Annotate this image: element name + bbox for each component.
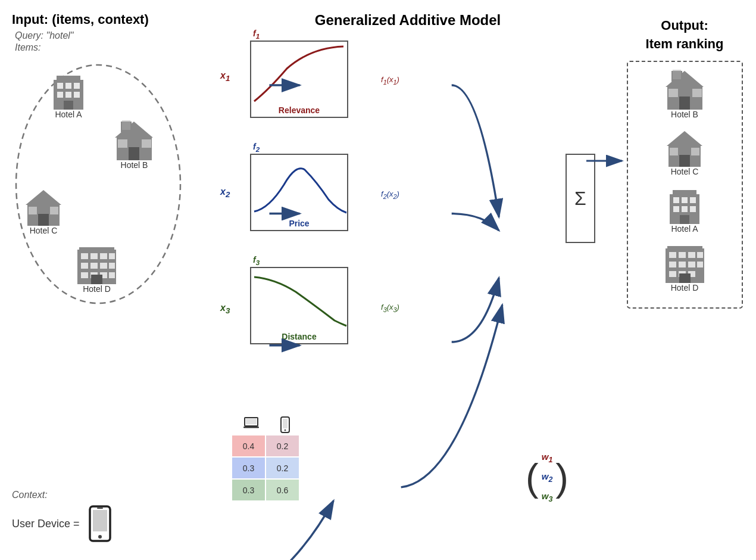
svg-rect-25 — [90, 253, 98, 259]
x2-label: x2 — [220, 186, 230, 199]
svg-rect-12 — [118, 139, 127, 148]
svg-rect-52 — [692, 89, 702, 97]
features-area: x1 x2 x3 f1 Sub-score Relevance f2 — [196, 35, 619, 548]
ranking-box: Hotel B Hotel C — [627, 61, 743, 309]
svg-rect-55 — [673, 70, 681, 79]
ranking-item-a: Hotel A — [634, 185, 736, 234]
svg-rect-59 — [691, 148, 699, 155]
svg-rect-64 — [682, 197, 688, 203]
ranking-item-b: Hotel B — [634, 68, 736, 119]
hotel-c-label: Hotel C — [30, 226, 58, 235]
main-container: Input: (items, context) Query: "hotel" I… — [0, 0, 756, 560]
cell-w3-phone: 0.6 — [266, 480, 299, 500]
svg-rect-78 — [688, 262, 695, 267]
phone-header-icon — [280, 416, 290, 433]
left-paren: ( — [526, 458, 539, 497]
svg-rect-71 — [667, 246, 702, 251]
matrix-row-3: 0.3 0.6 — [232, 480, 304, 500]
svg-rect-7 — [65, 92, 71, 98]
svg-rect-29 — [90, 263, 98, 269]
hotel-d-label: Hotel D — [83, 284, 111, 294]
hotel-d-input: Hotel D — [74, 244, 119, 294]
cell-w1-laptop: 0.4 — [232, 435, 265, 456]
svg-rect-14 — [129, 147, 139, 160]
gam-title: Generalized Additive Model — [315, 12, 501, 29]
svg-rect-74 — [688, 252, 695, 258]
fx3-label: f3(x3) — [381, 303, 399, 313]
svg-rect-72 — [669, 252, 676, 258]
svg-rect-43 — [246, 419, 257, 425]
svg-rect-23 — [79, 247, 114, 252]
svg-rect-8 — [74, 92, 80, 98]
output-title: Output: — [619, 18, 750, 33]
svg-rect-26 — [100, 253, 107, 259]
svg-rect-16 — [122, 120, 130, 130]
cell-w2-phone: 0.2 — [266, 458, 299, 478]
svg-rect-62 — [673, 190, 696, 196]
input-title: Input: (items, context) — [6, 12, 196, 27]
matrix-grid: 0.4 0.2 0.3 0.2 0.3 0.6 — [232, 435, 304, 500]
svg-rect-20 — [50, 207, 58, 214]
svg-marker-56 — [667, 131, 702, 146]
weight-labels: w1 w2 w3 — [539, 449, 556, 506]
w3-label: w3 — [542, 491, 553, 503]
svg-rect-2 — [57, 76, 80, 82]
svg-rect-31 — [109, 263, 115, 269]
item-ranking-label: Item ranking — [619, 36, 750, 52]
feature-box-relevance: f1 Sub-score Relevance — [250, 41, 348, 118]
svg-rect-53 — [679, 97, 690, 110]
svg-rect-58 — [670, 148, 678, 155]
svg-rect-13 — [142, 139, 151, 148]
context-row: User Device = — [12, 505, 111, 542]
svg-rect-75 — [697, 252, 703, 258]
svg-rect-66 — [673, 206, 679, 212]
x3-label: x3 — [220, 303, 230, 315]
context-section: Context: User Device = — [12, 490, 111, 542]
svg-rect-38 — [93, 510, 107, 531]
svg-rect-63 — [673, 197, 679, 203]
svg-rect-21 — [38, 214, 49, 226]
matrix-headers — [232, 416, 304, 433]
svg-rect-19 — [29, 207, 37, 214]
svg-rect-9 — [64, 101, 73, 110]
price-label: Price — [251, 217, 347, 230]
svg-rect-4 — [65, 83, 71, 89]
f3-label: f3 — [253, 255, 260, 266]
middle-section: Generalized Additive Model x1 x2 x3 f1 S… — [196, 12, 619, 548]
svg-rect-51 — [668, 89, 678, 97]
context-label: Context: — [12, 490, 111, 500]
svg-rect-28 — [81, 263, 88, 269]
svg-rect-76 — [669, 262, 676, 267]
svg-rect-60 — [679, 155, 690, 167]
svg-rect-45 — [283, 419, 288, 428]
ranking-a-label: Hotel A — [671, 224, 698, 234]
svg-rect-65 — [690, 197, 696, 203]
hotel-a-label: Hotel A — [55, 110, 82, 119]
svg-point-39 — [98, 535, 102, 539]
svg-rect-24 — [81, 253, 88, 259]
svg-point-46 — [284, 430, 286, 431]
svg-rect-67 — [682, 206, 688, 212]
feature-box-price: f2 Sub-score Price — [250, 154, 348, 231]
ranking-b-label: Hotel B — [671, 110, 698, 119]
ranking-item-d: Hotel D — [634, 242, 736, 293]
feature-box-1-inner: Sub-score — [251, 42, 347, 104]
ranking-item-c: Hotel C — [634, 128, 736, 176]
cell-w1-phone: 0.2 — [266, 435, 299, 456]
items-label: Items: — [6, 42, 196, 53]
weight-vector-display: ( w1 w2 w3 ) — [526, 449, 568, 506]
ranking-d-label: Hotel D — [671, 283, 699, 293]
svg-rect-30 — [100, 263, 107, 269]
feature-box-distance: f3 Sub-score Distance — [250, 267, 348, 344]
cell-w2-laptop: 0.3 — [232, 458, 265, 478]
feature-box-2-inner: Sub-score — [251, 155, 347, 217]
weight-matrix-area: 0.4 0.2 0.3 0.2 0.3 0.6 — [232, 416, 304, 500]
fx2-label: f2(x2) — [381, 189, 399, 200]
svg-rect-35 — [109, 272, 115, 278]
hotel-b-label: Hotel B — [121, 160, 148, 170]
dashed-ellipse-container: Hotel A Hotel B — [12, 59, 185, 309]
phone-device-icon — [89, 505, 111, 542]
ranking-c-label: Hotel C — [671, 167, 699, 176]
svg-rect-36 — [91, 275, 102, 284]
matrix-row-1: 0.4 0.2 — [232, 435, 304, 456]
